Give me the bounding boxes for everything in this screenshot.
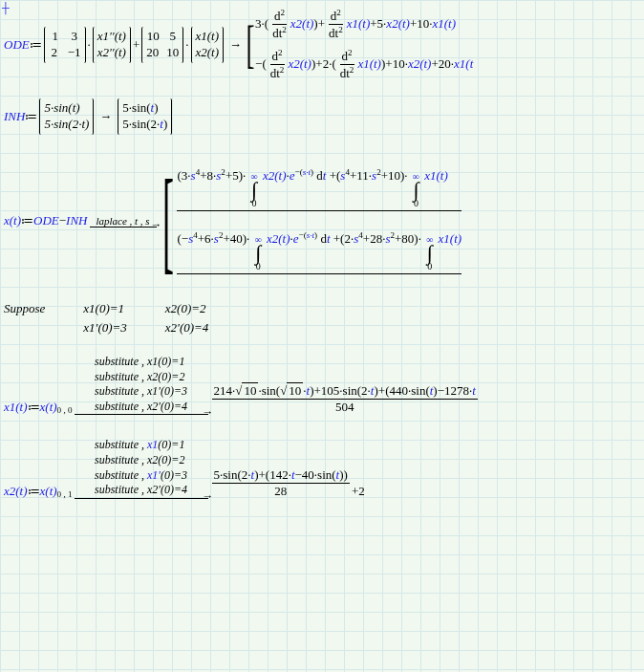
x1-result: 214·10·sin(10·t)+105·sin(2·t)+(440·sin(t… [212, 382, 478, 415]
laplace-row-0: (3·s4+8·s2+5)· ∞∫0 x2(t)·e−(s·t) dt +(s4… [177, 167, 462, 211]
x2-tail: +2 [352, 484, 365, 499]
ic-x2p0: x2'(0)=4 [165, 320, 208, 336]
inh-vec: 5·sin(t) 5·sin(2·t) [39, 98, 94, 135]
eval-arrow-2: → [99, 109, 112, 124]
ode-var: ODE [4, 37, 30, 53]
xoft-definition: x(t) ≔ ODE − INH laplace , t , s [ (3·s4… [4, 163, 640, 278]
inh-ref: INH [66, 213, 87, 228]
vec-x: x1(t) x2(t) [191, 27, 225, 63]
x2-definition: x2(t) ≔ x(t) 0 , 1 substitute , x1(0)=1 … [4, 438, 640, 498]
bracket-open: [ [247, 19, 255, 71]
matrix-A: 13 2−1 [44, 27, 86, 63]
ode-rhs-row-0: 3·(d2dt2x2(t))+d2dt2x1(t)+5·x2(t)+10·x1(… [255, 8, 473, 42]
x1-subscript: 0 , 0 [57, 405, 73, 415]
suppose-block: Suppose x1(0)=1 x2(0)=2 x1'(0)=3 x2'(0)=… [4, 301, 640, 336]
laplace-row-1: (−s4+6·s2+40)· ∞∫0 x2(t)·e−(s·t) dt +(2·… [177, 230, 462, 274]
x1-definition: x1(t) ≔ x(t) 0 , 0 substitute , x1(0)=1 … [4, 355, 640, 415]
ode-definition: ODE ≔ 13 2−1 · x1''(t) x2''(t) + 105 201… [4, 8, 640, 81]
x2-subs-arrow: substitute , x1(0)=1 substitute , x2(0)=… [75, 438, 208, 498]
x2-subscript: 0 , 1 [57, 489, 73, 499]
laplace-arrow: laplace , t , s [90, 215, 157, 228]
xoft-lhs: x(t) [4, 213, 21, 228]
assign-op: ≔ [30, 37, 42, 53]
dot-op-2: · [185, 37, 188, 53]
suppose-label: Suppose [4, 301, 45, 316]
ode-rhs-row-1: −(d2dt2x2(t))+2·(d2dt2x1(t))+10·x2(t)+20… [255, 48, 473, 82]
assign-op-4: ≔ [28, 400, 40, 415]
assign-op-5: ≔ [28, 484, 40, 499]
x1-lhs: x1(t) [4, 400, 28, 415]
ode-ref: ODE [33, 213, 59, 228]
ic-x20: x2(0)=2 [165, 301, 208, 316]
tall-bracket: [ [161, 163, 173, 278]
plus-op: + [133, 37, 140, 53]
matrix-B: 105 2010 [141, 27, 183, 63]
x2-from: x(t) [40, 484, 57, 499]
x1-from: x(t) [40, 400, 57, 415]
assign-op-3: ≔ [21, 213, 33, 228]
ode-rhs-stack: 3·(d2dt2x2(t))+d2dt2x1(t)+5·x2(t)+10·x1(… [255, 8, 473, 81]
vec-xpp: x1''(t) x2''(t) [93, 27, 131, 63]
x1-subs-arrow: substitute , x1(0)=1 substitute , x2(0)=… [75, 355, 208, 415]
cursor-marker: ┼ [2, 2, 10, 13]
laplace-stack: (3·s4+8·s2+5)· ∞∫0 x2(t)·e−(s·t) dt +(s4… [177, 167, 462, 275]
eval-arrow: → [229, 37, 242, 53]
x2-result: 5·sin(2·t)+(142·t−40·sin(t)) 28 [212, 467, 350, 499]
ic-x1p0: x1'(0)=3 [83, 320, 126, 336]
inh-var: INH [4, 109, 25, 124]
inh-vec-eval: 5·sin(t) 5·sin(2·t) [118, 98, 172, 135]
dot-op: · [88, 37, 91, 53]
ic-x10: x1(0)=1 [83, 301, 126, 316]
inh-definition: INH ≔ 5·sin(t) 5·sin(2·t) → 5·sin(t) 5·s… [4, 98, 640, 135]
assign-op-2: ≔ [25, 109, 37, 124]
x2-lhs: x2(t) [4, 484, 28, 499]
